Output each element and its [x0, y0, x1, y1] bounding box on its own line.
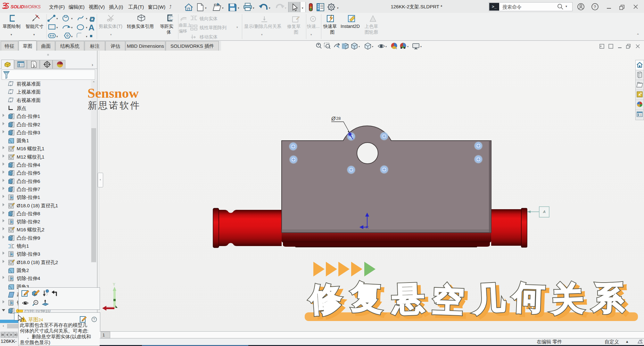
svg-text:▾: ▾: [253, 6, 254, 10]
svg-text:28: 28: [336, 116, 341, 121]
svg-text:几: 几: [472, 280, 506, 317]
svg-text:复: 复: [349, 278, 384, 316]
svg-text:A: A: [88, 23, 95, 32]
svg-text:关: 关: [550, 280, 584, 317]
svg-text:修: 修: [307, 280, 343, 318]
svg-text:▾: ▾: [71, 35, 73, 38]
svg-text:▾: ▾: [71, 17, 73, 20]
svg-text:▾: ▾: [86, 17, 87, 20]
svg-text:悬: 悬: [391, 280, 425, 317]
svg-text:⧉: ⧉: [89, 15, 95, 23]
svg-text:?: ?: [594, 4, 596, 9]
svg-text:▾: ▾: [302, 6, 303, 10]
svg-text:▾: ▾: [269, 6, 270, 10]
svg-text:▾: ▾: [56, 35, 58, 38]
svg-text:▾: ▾: [86, 26, 87, 29]
svg-text:Ø: Ø: [331, 116, 336, 122]
svg-text:▾: ▾: [407, 45, 409, 48]
svg-text:▾: ▾: [86, 35, 87, 38]
svg-text:SOLIDWORKS: SOLIDWORKS: [11, 4, 40, 9]
svg-text:▾: ▾: [71, 26, 73, 29]
svg-text:▾: ▾: [56, 17, 58, 20]
svg-text:▾: ▾: [222, 6, 224, 10]
svg-text:▾: ▾: [372, 45, 373, 48]
svg-text:系: 系: [591, 279, 626, 317]
svg-text:▾: ▾: [238, 6, 239, 10]
svg-text:空: 空: [432, 281, 465, 318]
svg-text:?: ?: [93, 317, 95, 321]
svg-text:▾: ▾: [385, 45, 387, 48]
svg-text:何: 何: [511, 279, 546, 316]
svg-text:▾: ▾: [205, 6, 207, 10]
svg-text:▾: ▾: [56, 26, 58, 29]
svg-text:A: A: [543, 210, 546, 214]
svg-text:▾: ▾: [359, 45, 360, 48]
svg-text:▾: ▾: [337, 6, 339, 10]
svg-text:▾: ▾: [420, 45, 422, 48]
svg-text:▾: ▾: [285, 6, 286, 10]
svg-text:Y: Y: [113, 282, 115, 287]
